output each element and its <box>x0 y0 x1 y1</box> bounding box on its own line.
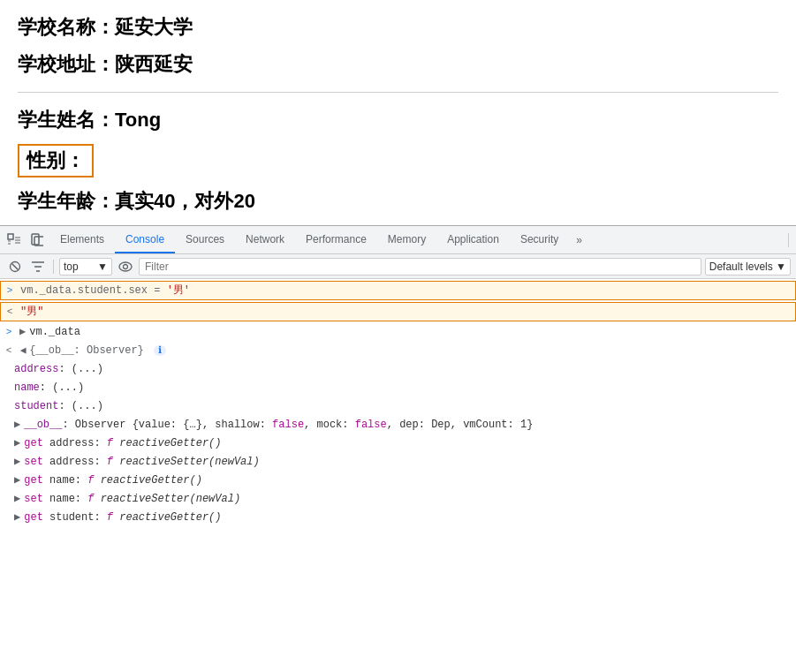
tab-network[interactable]: Network <box>235 226 295 253</box>
input-prefix: > <box>4 283 15 298</box>
info-icon[interactable]: ℹ <box>154 345 166 356</box>
get-address-line: ▶ get address: f reactiveGetter() <box>0 434 796 453</box>
student-age-label: 学生年龄： <box>18 190 115 212</box>
expand-observer[interactable]: ▼ <box>16 347 30 353</box>
console-filter-input[interactable] <box>139 258 701 276</box>
student-name-label: 学生姓名： <box>18 109 115 131</box>
gender-highlight-box: 性别： <box>18 144 94 177</box>
tab-elements[interactable]: Elements <box>49 226 115 253</box>
school-name-label: 学校名称： <box>18 16 115 38</box>
page-content: 学校名称：延安大学 学校地址：陕西延安 学生姓名：Tong 性别： 学生年龄：真… <box>0 0 796 215</box>
name-property: name: (...) <box>0 379 796 397</box>
expand-set-address[interactable]: ▶ <box>14 455 20 469</box>
tab-sources[interactable]: Sources <box>175 226 235 253</box>
vm-data-line: > ▶ vm._data <box>0 323 796 342</box>
console-filter-bar: top ▼ Default levels ▼ <box>0 254 796 279</box>
set-address-line: ▶ set address: f reactiveSetter(newVal) <box>0 453 796 472</box>
input-text: vm._data.student.sex = '男' <box>20 283 795 298</box>
address-property: address: (...) <box>0 360 796 379</box>
expand-get-name[interactable]: ▶ <box>14 473 20 487</box>
get-student-line: ▶ get student: f reactiveGetter() <box>0 509 796 526</box>
tab-console[interactable]: Console <box>115 226 175 253</box>
eye-btn[interactable] <box>116 257 135 276</box>
school-address-label: 学校地址： <box>18 53 115 75</box>
tab-application[interactable]: Application <box>436 226 510 253</box>
student-age-value: 真实40，对外20 <box>115 190 255 212</box>
output-text: "男" <box>20 305 795 319</box>
devtools-tab-bar: Elements Console Sources Network Perform… <box>0 226 796 254</box>
filter-toggle-btn[interactable] <box>28 257 48 276</box>
student-property: student: (...) <box>0 397 796 416</box>
expand-set-name[interactable]: ▶ <box>14 492 20 506</box>
school-address-value: 陕西延安 <box>115 53 193 75</box>
student-age: 学生年龄：真实40，对外20 <box>18 188 778 215</box>
school-address: 学校地址：陕西延安 <box>18 51 778 78</box>
output-prefix: < <box>4 305 15 319</box>
section-divider <box>18 92 778 93</box>
expand-get-address[interactable]: ▶ <box>14 436 20 450</box>
toolbar-separator <box>53 260 54 274</box>
school-name-value: 延安大学 <box>115 16 193 38</box>
svg-line-4 <box>12 263 19 269</box>
school-name: 学校名称：延安大学 <box>18 14 778 41</box>
tab-performance[interactable]: Performance <box>295 226 377 253</box>
log-levels-selector[interactable]: Default levels ▼ <box>705 258 791 276</box>
devtools-tabs: Elements Console Sources Network Perform… <box>49 226 589 253</box>
student-name-value: Tong <box>115 109 161 131</box>
expand-get-student[interactable]: ▶ <box>14 510 20 525</box>
inspect-element-btn[interactable] <box>4 230 25 251</box>
device-toolbar-btn[interactable] <box>27 230 48 251</box>
expand-vm-data[interactable]: ▶ <box>19 325 26 339</box>
console-output-line: < "男" <box>0 302 796 321</box>
tab-memory[interactable]: Memory <box>377 226 436 253</box>
set-name-line: ▶ set name: f reactiveSetter(newVal) <box>0 490 796 509</box>
console-output: > vm._data.student.sex = '男' < "男" > ▶ v… <box>0 279 796 526</box>
observer-line: < ▼ {__ob__: Observer} ℹ <box>0 342 796 360</box>
get-name-line: ▶ get name: f reactiveGetter() <box>0 472 796 490</box>
student-name: 学生姓名：Tong <box>18 107 778 133</box>
expand-ob[interactable]: ▶ <box>14 418 20 432</box>
tab-security[interactable]: Security <box>510 226 569 253</box>
more-tabs-btn[interactable]: » <box>569 226 589 253</box>
clear-console-btn[interactable] <box>5 257 25 276</box>
student-gender: 性别： <box>18 144 778 177</box>
console-input-line: > vm._data.student.sex = '男' <box>0 281 796 300</box>
svg-point-5 <box>119 262 132 271</box>
devtools-panel: Elements Console Sources Network Perform… <box>0 225 796 526</box>
context-selector[interactable]: top ▼ <box>59 258 112 276</box>
svg-rect-1 <box>32 234 39 245</box>
student-gender-label: 性别： <box>27 149 85 171</box>
svg-point-6 <box>124 264 128 268</box>
ob-observer-line: ▶ __ob__: Observer {value: {…}, shallow:… <box>0 416 796 434</box>
svg-rect-0 <box>8 234 13 239</box>
